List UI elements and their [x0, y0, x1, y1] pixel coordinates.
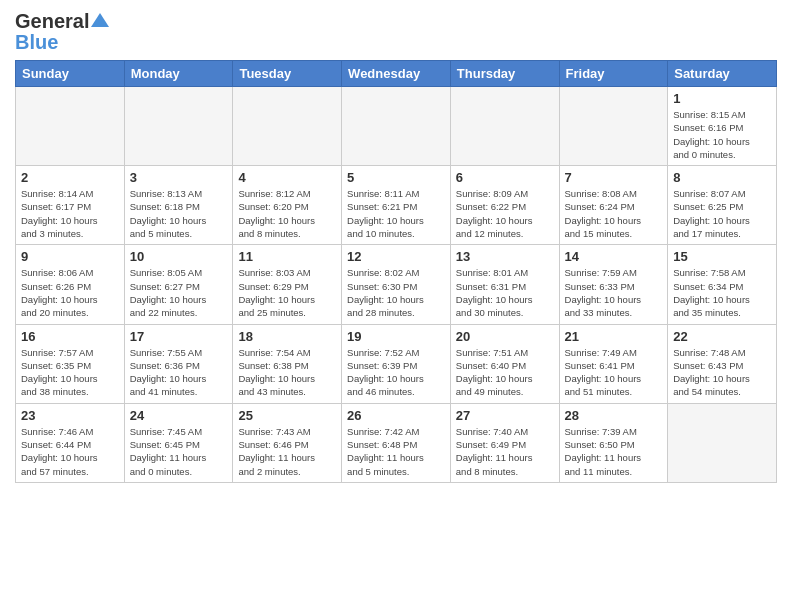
calendar-cell: 11Sunrise: 8:03 AM Sunset: 6:29 PM Dayli…: [233, 245, 342, 324]
day-info: Sunrise: 8:01 AM Sunset: 6:31 PM Dayligh…: [456, 266, 554, 319]
calendar-cell: 22Sunrise: 7:48 AM Sunset: 6:43 PM Dayli…: [668, 324, 777, 403]
day-number: 9: [21, 249, 119, 264]
calendar-cell: 13Sunrise: 8:01 AM Sunset: 6:31 PM Dayli…: [450, 245, 559, 324]
day-number: 13: [456, 249, 554, 264]
day-number: 8: [673, 170, 771, 185]
weekday-header-thursday: Thursday: [450, 61, 559, 87]
calendar-cell: 20Sunrise: 7:51 AM Sunset: 6:40 PM Dayli…: [450, 324, 559, 403]
day-number: 6: [456, 170, 554, 185]
calendar-week-3: 9Sunrise: 8:06 AM Sunset: 6:26 PM Daylig…: [16, 245, 777, 324]
day-info: Sunrise: 8:13 AM Sunset: 6:18 PM Dayligh…: [130, 187, 228, 240]
calendar-cell: 9Sunrise: 8:06 AM Sunset: 6:26 PM Daylig…: [16, 245, 125, 324]
calendar-cell: 15Sunrise: 7:58 AM Sunset: 6:34 PM Dayli…: [668, 245, 777, 324]
day-number: 27: [456, 408, 554, 423]
logo-general: General: [15, 10, 89, 33]
day-info: Sunrise: 8:14 AM Sunset: 6:17 PM Dayligh…: [21, 187, 119, 240]
day-info: Sunrise: 8:03 AM Sunset: 6:29 PM Dayligh…: [238, 266, 336, 319]
day-number: 10: [130, 249, 228, 264]
calendar-cell: [16, 87, 125, 166]
day-number: 4: [238, 170, 336, 185]
day-info: Sunrise: 7:57 AM Sunset: 6:35 PM Dayligh…: [21, 346, 119, 399]
calendar-cell: 27Sunrise: 7:40 AM Sunset: 6:49 PM Dayli…: [450, 403, 559, 482]
day-number: 24: [130, 408, 228, 423]
weekday-header-wednesday: Wednesday: [342, 61, 451, 87]
day-info: Sunrise: 8:05 AM Sunset: 6:27 PM Dayligh…: [130, 266, 228, 319]
day-number: 11: [238, 249, 336, 264]
page-container: General Blue SundayMondayTuesdayWednesda…: [0, 0, 792, 493]
calendar-week-5: 23Sunrise: 7:46 AM Sunset: 6:44 PM Dayli…: [16, 403, 777, 482]
calendar-cell: [668, 403, 777, 482]
day-number: 18: [238, 329, 336, 344]
svg-marker-0: [91, 13, 109, 27]
weekday-header-saturday: Saturday: [668, 61, 777, 87]
day-number: 21: [565, 329, 663, 344]
calendar-cell: 24Sunrise: 7:45 AM Sunset: 6:45 PM Dayli…: [124, 403, 233, 482]
day-info: Sunrise: 7:42 AM Sunset: 6:48 PM Dayligh…: [347, 425, 445, 478]
day-info: Sunrise: 7:45 AM Sunset: 6:45 PM Dayligh…: [130, 425, 228, 478]
calendar-cell: 5Sunrise: 8:11 AM Sunset: 6:21 PM Daylig…: [342, 166, 451, 245]
day-number: 7: [565, 170, 663, 185]
calendar-cell: [233, 87, 342, 166]
calendar-week-1: 1Sunrise: 8:15 AM Sunset: 6:16 PM Daylig…: [16, 87, 777, 166]
day-info: Sunrise: 7:43 AM Sunset: 6:46 PM Dayligh…: [238, 425, 336, 478]
day-number: 3: [130, 170, 228, 185]
day-number: 15: [673, 249, 771, 264]
day-info: Sunrise: 7:40 AM Sunset: 6:49 PM Dayligh…: [456, 425, 554, 478]
day-info: Sunrise: 7:49 AM Sunset: 6:41 PM Dayligh…: [565, 346, 663, 399]
day-number: 19: [347, 329, 445, 344]
day-info: Sunrise: 7:59 AM Sunset: 6:33 PM Dayligh…: [565, 266, 663, 319]
day-info: Sunrise: 8:11 AM Sunset: 6:21 PM Dayligh…: [347, 187, 445, 240]
day-info: Sunrise: 7:58 AM Sunset: 6:34 PM Dayligh…: [673, 266, 771, 319]
calendar-cell: 17Sunrise: 7:55 AM Sunset: 6:36 PM Dayli…: [124, 324, 233, 403]
calendar-cell: 8Sunrise: 8:07 AM Sunset: 6:25 PM Daylig…: [668, 166, 777, 245]
calendar-cell: [559, 87, 668, 166]
calendar-cell: 19Sunrise: 7:52 AM Sunset: 6:39 PM Dayli…: [342, 324, 451, 403]
day-number: 2: [21, 170, 119, 185]
calendar-table: SundayMondayTuesdayWednesdayThursdayFrid…: [15, 60, 777, 483]
calendar-cell: 3Sunrise: 8:13 AM Sunset: 6:18 PM Daylig…: [124, 166, 233, 245]
calendar-cell: 4Sunrise: 8:12 AM Sunset: 6:20 PM Daylig…: [233, 166, 342, 245]
calendar-cell: 16Sunrise: 7:57 AM Sunset: 6:35 PM Dayli…: [16, 324, 125, 403]
calendar-cell: 18Sunrise: 7:54 AM Sunset: 6:38 PM Dayli…: [233, 324, 342, 403]
day-number: 26: [347, 408, 445, 423]
day-number: 28: [565, 408, 663, 423]
weekday-header-sunday: Sunday: [16, 61, 125, 87]
calendar-cell: [342, 87, 451, 166]
day-number: 16: [21, 329, 119, 344]
calendar-header-row: SundayMondayTuesdayWednesdayThursdayFrid…: [16, 61, 777, 87]
day-number: 14: [565, 249, 663, 264]
day-info: Sunrise: 7:52 AM Sunset: 6:39 PM Dayligh…: [347, 346, 445, 399]
day-info: Sunrise: 8:06 AM Sunset: 6:26 PM Dayligh…: [21, 266, 119, 319]
logo-blue: Blue: [15, 31, 58, 54]
day-number: 17: [130, 329, 228, 344]
logo-icon: [91, 13, 109, 27]
day-info: Sunrise: 8:07 AM Sunset: 6:25 PM Dayligh…: [673, 187, 771, 240]
weekday-header-friday: Friday: [559, 61, 668, 87]
day-info: Sunrise: 8:09 AM Sunset: 6:22 PM Dayligh…: [456, 187, 554, 240]
weekday-header-tuesday: Tuesday: [233, 61, 342, 87]
calendar-cell: 26Sunrise: 7:42 AM Sunset: 6:48 PM Dayli…: [342, 403, 451, 482]
calendar-cell: 1Sunrise: 8:15 AM Sunset: 6:16 PM Daylig…: [668, 87, 777, 166]
day-info: Sunrise: 7:39 AM Sunset: 6:50 PM Dayligh…: [565, 425, 663, 478]
day-info: Sunrise: 7:55 AM Sunset: 6:36 PM Dayligh…: [130, 346, 228, 399]
day-info: Sunrise: 8:08 AM Sunset: 6:24 PM Dayligh…: [565, 187, 663, 240]
day-info: Sunrise: 8:02 AM Sunset: 6:30 PM Dayligh…: [347, 266, 445, 319]
calendar-cell: 25Sunrise: 7:43 AM Sunset: 6:46 PM Dayli…: [233, 403, 342, 482]
calendar-cell: [124, 87, 233, 166]
day-info: Sunrise: 8:15 AM Sunset: 6:16 PM Dayligh…: [673, 108, 771, 161]
calendar-cell: 12Sunrise: 8:02 AM Sunset: 6:30 PM Dayli…: [342, 245, 451, 324]
day-number: 5: [347, 170, 445, 185]
day-info: Sunrise: 7:46 AM Sunset: 6:44 PM Dayligh…: [21, 425, 119, 478]
day-number: 1: [673, 91, 771, 106]
day-info: Sunrise: 7:54 AM Sunset: 6:38 PM Dayligh…: [238, 346, 336, 399]
day-info: Sunrise: 8:12 AM Sunset: 6:20 PM Dayligh…: [238, 187, 336, 240]
day-number: 23: [21, 408, 119, 423]
calendar-week-2: 2Sunrise: 8:14 AM Sunset: 6:17 PM Daylig…: [16, 166, 777, 245]
day-info: Sunrise: 7:48 AM Sunset: 6:43 PM Dayligh…: [673, 346, 771, 399]
header-row: General Blue: [15, 10, 777, 54]
calendar-week-4: 16Sunrise: 7:57 AM Sunset: 6:35 PM Dayli…: [16, 324, 777, 403]
calendar-cell: 21Sunrise: 7:49 AM Sunset: 6:41 PM Dayli…: [559, 324, 668, 403]
weekday-header-monday: Monday: [124, 61, 233, 87]
day-number: 22: [673, 329, 771, 344]
day-number: 12: [347, 249, 445, 264]
